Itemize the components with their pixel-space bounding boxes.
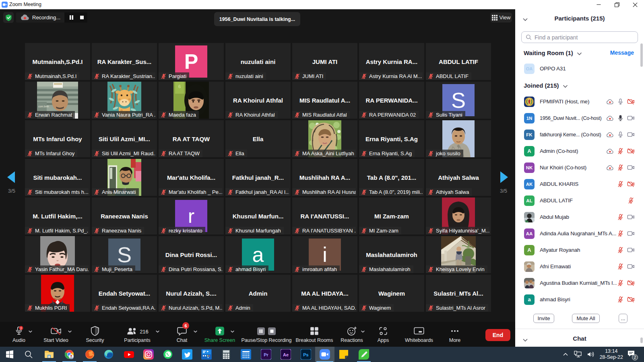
svg-text:com.bmh: com.bmh [38,105,49,108]
svg-text:Ae: Ae [283,352,289,357]
svg-text:6: 6 [178,84,181,89]
svg-text:!: ! [21,326,22,330]
svg-text:Ps: Ps [303,352,308,357]
svg-text:Pr: Pr [264,352,268,357]
